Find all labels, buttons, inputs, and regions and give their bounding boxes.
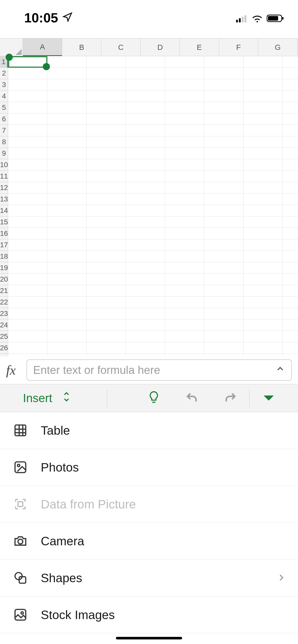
insert-menu-item-stock-images[interactable]: Stock Images xyxy=(0,596,298,633)
cell[interactable] xyxy=(165,239,204,251)
row-header[interactable]: 17 xyxy=(0,239,8,251)
cell[interactable] xyxy=(243,56,283,68)
column-header-C[interactable]: C xyxy=(101,38,141,56)
cell[interactable] xyxy=(165,182,204,194)
cell[interactable] xyxy=(243,274,283,285)
cell[interactable] xyxy=(8,102,47,113)
cell[interactable] xyxy=(243,194,283,205)
row-header[interactable]: 27 xyxy=(0,354,8,356)
cell[interactable] xyxy=(87,262,126,274)
cell[interactable] xyxy=(165,171,204,182)
cell[interactable] xyxy=(204,319,243,331)
cell[interactable] xyxy=(8,331,47,342)
cell[interactable] xyxy=(47,251,87,262)
cell[interactable] xyxy=(165,331,204,342)
cell[interactable] xyxy=(204,102,243,113)
row-header[interactable]: 4 xyxy=(0,91,8,102)
cell[interactable] xyxy=(283,342,298,354)
cell[interactable] xyxy=(47,56,87,68)
row-header[interactable]: 19 xyxy=(0,262,8,274)
cell[interactable] xyxy=(8,228,47,239)
cell[interactable] xyxy=(126,331,165,342)
cell[interactable] xyxy=(165,319,204,331)
cell[interactable] xyxy=(126,136,165,148)
cell[interactable] xyxy=(165,125,204,136)
cell[interactable] xyxy=(126,354,165,356)
cell[interactable] xyxy=(126,216,165,228)
cell[interactable] xyxy=(204,91,243,102)
row-header[interactable]: 20 xyxy=(0,274,8,285)
cell[interactable] xyxy=(47,148,87,159)
cell[interactable] xyxy=(87,251,126,262)
cell[interactable] xyxy=(243,159,283,171)
cell[interactable] xyxy=(87,136,126,148)
cell[interactable] xyxy=(47,319,87,331)
cell[interactable] xyxy=(87,182,126,194)
cell[interactable] xyxy=(8,91,47,102)
insert-menu-item-table[interactable]: Table xyxy=(0,412,298,449)
cell[interactable] xyxy=(283,68,298,79)
cell[interactable] xyxy=(47,239,87,251)
column-header-A[interactable]: A xyxy=(23,38,62,56)
cell[interactable] xyxy=(126,91,165,102)
cell[interactable] xyxy=(47,262,87,274)
cell[interactable] xyxy=(283,251,298,262)
cell[interactable] xyxy=(47,171,87,182)
cell[interactable] xyxy=(47,285,87,297)
cell[interactable] xyxy=(165,205,204,216)
cell[interactable] xyxy=(165,56,204,68)
cell[interactable] xyxy=(126,285,165,297)
cell[interactable] xyxy=(126,79,165,91)
column-header-F[interactable]: F xyxy=(219,38,258,56)
cell[interactable] xyxy=(47,68,87,79)
cell[interactable] xyxy=(165,285,204,297)
cell[interactable] xyxy=(126,297,165,308)
cell[interactable] xyxy=(165,113,204,125)
cell[interactable] xyxy=(87,239,126,251)
cell[interactable] xyxy=(165,228,204,239)
cell[interactable] xyxy=(126,239,165,251)
home-indicator[interactable] xyxy=(116,637,182,639)
row-header[interactable]: 13 xyxy=(0,194,8,205)
cell[interactable] xyxy=(126,251,165,262)
cell[interactable] xyxy=(8,182,47,194)
cell[interactable] xyxy=(283,56,298,68)
cell[interactable] xyxy=(87,125,126,136)
cell[interactable] xyxy=(283,194,298,205)
spreadsheet[interactable]: A B C D E F G 12345678910111213141516171… xyxy=(0,38,298,356)
cell[interactable] xyxy=(8,251,47,262)
cell[interactable] xyxy=(126,342,165,354)
cell[interactable] xyxy=(165,262,204,274)
cell[interactable] xyxy=(87,308,126,319)
cell[interactable] xyxy=(126,308,165,319)
cell[interactable] xyxy=(243,171,283,182)
cell[interactable] xyxy=(283,285,298,297)
row-header[interactable]: 5 xyxy=(0,102,8,113)
cell[interactable] xyxy=(204,205,243,216)
row-header[interactable]: 21 xyxy=(0,285,8,297)
cell[interactable] xyxy=(283,148,298,159)
cell[interactable] xyxy=(165,297,204,308)
cell[interactable] xyxy=(204,331,243,342)
cell[interactable] xyxy=(47,79,87,91)
cell[interactable] xyxy=(126,182,165,194)
cell[interactable] xyxy=(8,319,47,331)
cell[interactable] xyxy=(243,79,283,91)
cell[interactable] xyxy=(204,113,243,125)
cell[interactable] xyxy=(8,274,47,285)
cell[interactable] xyxy=(126,319,165,331)
cell[interactable] xyxy=(204,194,243,205)
cell[interactable] xyxy=(126,194,165,205)
row-header[interactable]: 15 xyxy=(0,216,8,228)
cell[interactable] xyxy=(8,354,47,356)
cell[interactable] xyxy=(204,56,243,68)
cell[interactable] xyxy=(8,194,47,205)
cell[interactable] xyxy=(204,182,243,194)
cell[interactable] xyxy=(47,342,87,354)
cell[interactable] xyxy=(165,274,204,285)
cell[interactable] xyxy=(87,285,126,297)
row-header[interactable]: 26 xyxy=(0,342,8,354)
cell[interactable] xyxy=(283,319,298,331)
cell[interactable] xyxy=(165,79,204,91)
cell[interactable] xyxy=(243,331,283,342)
